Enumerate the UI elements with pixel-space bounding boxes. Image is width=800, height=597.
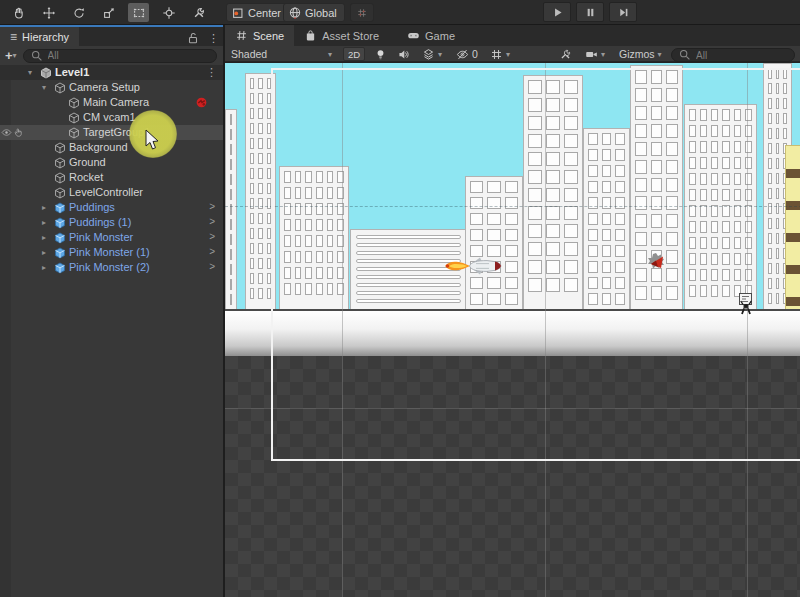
pivot-icon (231, 6, 245, 20)
hierarchy-row-puddings[interactable]: ▸Puddings> (0, 200, 223, 215)
hierarchy-row-levelcontroller[interactable]: LevelController (0, 185, 223, 200)
panel-menu-icon[interactable]: ⋮ (208, 32, 219, 45)
scene-effects-toggle[interactable]: ▾ (422, 47, 442, 61)
cube-icon (68, 112, 80, 124)
expand-arrow-icon[interactable]: ▾ (28, 68, 32, 77)
step-button[interactable] (609, 2, 637, 22)
scene-search-box[interactable] (671, 48, 795, 62)
prefab-chevron-icon[interactable]: > (209, 261, 215, 272)
object-name: Pink Monster (1) (69, 246, 150, 258)
hierarchy-tabbar: ≡ Hierarchy ⋮ (0, 27, 223, 46)
row-menu-icon[interactable]: ⋮ (206, 66, 217, 79)
hierarchy-row-cm-vcam1[interactable]: CM vcam1 (0, 110, 223, 125)
create-object-button[interactable]: + (5, 48, 13, 63)
prefab-chevron-icon[interactable]: > (209, 216, 215, 227)
hierarchy-search-box[interactable] (23, 49, 217, 63)
hierarchy-search-input[interactable] (48, 50, 210, 61)
object-name: Puddings (69, 201, 115, 213)
grid-snap-icon (357, 6, 367, 20)
hierarchy-row-level1[interactable]: ▾Level1⋮ (0, 65, 223, 80)
scale-tool-button[interactable] (98, 3, 119, 22)
cube-icon (54, 142, 66, 154)
2d-mode-label: 2D (348, 49, 360, 60)
gizmos-dropdown[interactable]: Gizmos ▾ (619, 47, 662, 61)
pick-hand-icon[interactable] (13, 127, 24, 138)
hierarchy-row-pink-monster-2-[interactable]: ▸Pink Monster (2)> (0, 260, 223, 275)
expand-arrow-icon[interactable]: ▸ (42, 263, 46, 272)
prefab-chevron-icon[interactable]: > (209, 201, 215, 212)
rect-tool-button[interactable] (128, 3, 149, 22)
cube-icon (54, 187, 66, 199)
game-tab-label: Game (425, 30, 455, 42)
hand-tool-button[interactable] (8, 3, 29, 22)
effects-caret-icon[interactable]: ▾ (438, 50, 442, 59)
prefab-chevron-icon[interactable]: > (209, 246, 215, 257)
hierarchy-row-camera-setup[interactable]: ▾Camera Setup (0, 80, 223, 95)
main-toolbar: Center Global (0, 0, 800, 25)
hierarchy-row-puddings-1-[interactable]: ▸Puddings (1)> (0, 215, 223, 230)
scene-camera-settings[interactable]: ▾ (585, 47, 605, 61)
hidden-objects-count: 0 (472, 48, 478, 60)
grid-caret-icon[interactable]: ▾ (506, 50, 510, 59)
object-name: Puddings (1) (69, 216, 131, 228)
tool-buttons-group (8, 3, 209, 22)
grid-visibility-toggle[interactable]: ▾ (490, 47, 510, 61)
expand-arrow-icon[interactable]: ▸ (42, 248, 46, 257)
hidden-objects-toggle[interactable]: 0 (456, 47, 478, 61)
camera-caret-icon[interactable]: ▾ (601, 50, 605, 59)
hierarchy-row-ground[interactable]: Ground (0, 155, 223, 170)
hierarchy-row-rocket[interactable]: Rocket (0, 170, 223, 185)
grid-snap-button[interactable] (350, 3, 374, 22)
rotate-tool-button[interactable] (68, 3, 89, 22)
tab-game[interactable]: Game (397, 25, 465, 46)
camera-gizmo-frame (271, 68, 800, 461)
hierarchy-row-pink-monster[interactable]: ▸Pink Monster> (0, 230, 223, 245)
lock-icon[interactable] (186, 31, 200, 45)
hierarchy-row-background[interactable]: Background (0, 140, 223, 155)
hierarchy-row-main-camera[interactable]: Main Camera (0, 95, 223, 110)
editor-tools-button[interactable] (559, 47, 572, 61)
play-controls (543, 2, 637, 22)
orientation-mode-button[interactable]: Global (283, 3, 345, 22)
object-name: Level1 (55, 66, 89, 78)
draw-mode-dropdown[interactable]: Shaded (231, 47, 267, 61)
scene-viewport[interactable] (225, 62, 800, 597)
object-name: Camera Setup (69, 81, 140, 93)
create-object-caret-icon[interactable]: ▾ (13, 51, 17, 60)
custom-tools-button[interactable] (188, 3, 209, 22)
expand-arrow-icon[interactable]: ▸ (42, 233, 46, 242)
scene-asset-icon (40, 67, 52, 79)
gizmos-label: Gizmos (619, 48, 655, 60)
expand-arrow-icon[interactable]: ▸ (42, 203, 46, 212)
prefab-cube-icon (54, 262, 66, 274)
hierarchy-row-targetgroup1[interactable]: TargetGroup1 (0, 125, 223, 140)
unity-editor-window: Center Global ≡ Hierarchy ⋮ (0, 0, 800, 597)
draw-mode-caret-icon[interactable]: ▾ (328, 50, 332, 59)
scene-lighting-toggle[interactable] (374, 47, 387, 61)
transform-tool-button[interactable] (158, 3, 179, 22)
expand-arrow-icon[interactable]: ▸ (42, 218, 46, 227)
rotate-tool-icon (72, 6, 86, 20)
move-tool-button[interactable] (38, 3, 59, 22)
globe-icon (288, 6, 302, 20)
pause-button[interactable] (576, 2, 604, 22)
hierarchy-tab-label: Hierarchy (22, 31, 69, 43)
object-name: Background (69, 141, 128, 153)
tab-asset-store[interactable]: Asset Store (294, 25, 389, 46)
scene-audio-toggle[interactable] (397, 47, 410, 61)
grid-cells-icon (490, 48, 503, 61)
hierarchy-row-pink-monster-1-[interactable]: ▸Pink Monster (1)> (0, 245, 223, 260)
scene-search-input[interactable] (696, 50, 788, 61)
tab-scene[interactable]: Scene (225, 25, 294, 46)
building[interactable] (225, 109, 237, 311)
asset-store-tab-label: Asset Store (322, 30, 379, 42)
2d-mode-toggle[interactable]: 2D (343, 47, 365, 61)
eye-icon[interactable] (1, 128, 12, 137)
expand-arrow-icon[interactable]: ▾ (42, 83, 46, 92)
move-tool-icon (42, 6, 56, 20)
search-icon (30, 49, 44, 63)
tab-hierarchy[interactable]: ≡ Hierarchy (0, 27, 79, 46)
play-button[interactable] (543, 2, 571, 22)
pivot-mode-button[interactable]: Center (226, 3, 289, 22)
prefab-chevron-icon[interactable]: > (209, 231, 215, 242)
